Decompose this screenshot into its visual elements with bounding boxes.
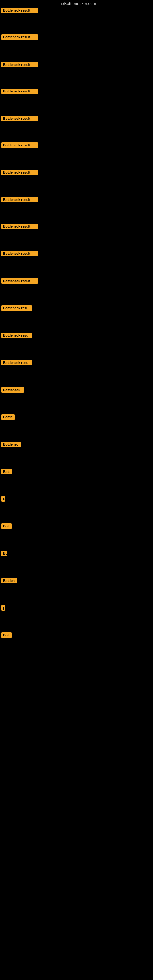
badge-row-5: Bottleneck result [1,116,38,123]
bottleneck-badge-11[interactable]: Bottleneck result [1,278,38,283]
bottleneck-badge-14[interactable]: Bottleneck resu [1,360,32,365]
badge-row-24: Bott [1,632,12,639]
bottleneck-badge-9[interactable]: Bottleneck result [1,224,38,229]
badge-row-19: B [1,496,5,503]
bottleneck-badge-18[interactable]: Bott [1,469,12,474]
badge-row-3: Bottleneck result [1,62,38,68]
badge-row-23: | [1,605,5,612]
bottleneck-badge-3[interactable]: Bottleneck result [1,62,38,67]
bottleneck-badge-13[interactable]: Bottleneck resu [1,332,32,338]
badge-row-13: Bottleneck resu [1,332,32,339]
badge-row-11: Bottleneck result [1,278,38,285]
badge-row-22: Bottlen [1,578,17,585]
bottleneck-badge-20[interactable]: Bott [1,523,12,529]
bottleneck-badge-7[interactable]: Bottleneck result [1,170,38,175]
bottleneck-badge-15[interactable]: Bottleneck [1,387,24,393]
bottleneck-badge-6[interactable]: Bottleneck result [1,142,38,148]
bottleneck-badge-1[interactable]: Bottleneck result [1,8,38,13]
site-title: TheBottlenecker.com [0,0,153,8]
bottleneck-badge-16[interactable]: Bottle [1,414,15,420]
badge-row-1: Bottleneck result [1,8,38,14]
bottleneck-badge-2[interactable]: Bottleneck result [1,34,38,40]
bottleneck-badge-5[interactable]: Bottleneck result [1,116,38,121]
badge-row-17: Bottlenec [1,442,21,449]
bottleneck-badge-22[interactable]: Bottlen [1,578,17,584]
badge-row-8: Bottleneck result [1,197,38,204]
badge-row-21: Bo [1,550,7,557]
bottleneck-badge-19[interactable]: B [1,496,5,502]
bottleneck-badge-24[interactable]: Bott [1,632,12,638]
badge-row-10: Bottleneck result [1,251,38,258]
badge-row-6: Bottleneck result [1,142,38,149]
bottleneck-badge-10[interactable]: Bottleneck result [1,251,38,256]
bottleneck-badge-17[interactable]: Bottlenec [1,442,21,447]
bottleneck-badge-8[interactable]: Bottleneck result [1,197,38,202]
badge-row-16: Bottle [1,414,15,421]
badge-row-4: Bottleneck result [1,89,38,95]
bottleneck-badge-23[interactable]: | [1,605,5,611]
bottleneck-badge-21[interactable]: Bo [1,550,7,556]
bottleneck-badge-4[interactable]: Bottleneck result [1,89,38,94]
badge-row-7: Bottleneck result [1,170,38,177]
badge-row-9: Bottleneck result [1,224,38,230]
badge-row-12: Bottleneck resu [1,305,32,312]
badge-row-18: Bott [1,469,12,476]
bottleneck-badge-12[interactable]: Bottleneck resu [1,305,32,311]
badge-row-14: Bottleneck resu [1,360,32,367]
badge-row-2: Bottleneck result [1,34,38,41]
badge-row-15: Bottleneck [1,387,24,394]
badge-row-20: Bott [1,523,12,530]
